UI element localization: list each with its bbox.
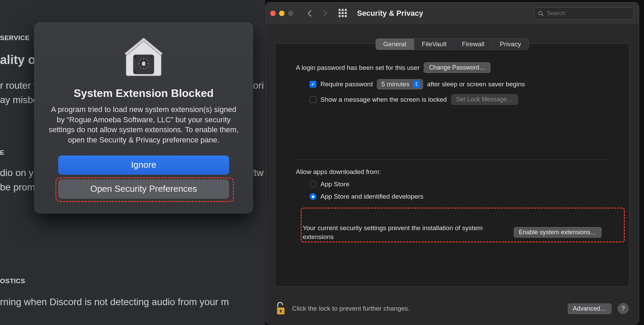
radio-identified-label: App Store and identified developers [320,193,423,200]
allow-apps-label: Allow apps downloaded from: [296,168,608,176]
svg-rect-22 [280,311,281,313]
window-footer: Click the lock to prevent further change… [265,293,639,324]
tab-label: FileVault [422,40,447,48]
tab-label: General [383,40,407,48]
lock-hint-text: Click the lock to prevent further change… [292,305,410,312]
ignore-button-label: Ignore [131,160,156,170]
bg-section: E [0,149,4,157]
bg-text: be prom [0,180,35,194]
set-lock-message-button: Set Lock Message… [451,94,518,105]
bg-section-ostics: OSTICS [0,277,25,285]
require-password-checkbox[interactable]: ✓ [310,81,316,88]
svg-point-13 [151,56,153,58]
enable-system-extensions-label: Enable system extensions… [519,229,596,236]
tab-privacy[interactable]: Privacy [492,39,528,50]
security-house-icon [123,36,164,77]
change-password-button[interactable]: Change Password… [424,62,490,73]
system-extensions-prevented-text: Your current security settings prevent t… [303,224,494,241]
advanced-label: Advanced… [573,305,606,312]
svg-point-12 [135,56,136,58]
system-preferences-area: Security & Privacy General FileVault Fir… [265,0,644,325]
unlocked-padlock-icon [276,302,286,315]
after-sleep-text: after sleep or screen saver begins [427,80,525,88]
nav-back-button[interactable] [304,8,315,19]
close-window-button[interactable] [270,11,276,16]
tab-label: Privacy [500,40,521,48]
security-privacy-window: Security & Privacy General FileVault Fir… [265,2,639,325]
zoom-window-button[interactable] [288,11,293,16]
divider [296,160,608,160]
show-all-preferences-button[interactable] [339,9,347,18]
search-icon [538,11,543,16]
radio-app-store[interactable] [310,181,316,188]
change-password-label: Change Password… [429,64,485,71]
system-extension-blocked-dialog: System Extension Blocked A program tried… [34,22,253,213]
show-lock-message-checkbox[interactable] [310,96,316,103]
bg-section-service: SERVICE [0,34,30,42]
dialog-title: System Extension Blocked [74,87,213,100]
window-title: Security & Privacy [357,9,423,18]
search-input[interactable] [546,10,630,17]
login-password-text: A login password has been set for this u… [296,64,420,72]
ignore-button[interactable]: Ignore [58,155,229,175]
set-lock-message-label: Set Lock Message… [456,96,513,103]
require-password-delay-select[interactable]: 5 minutes ▲▼ [377,79,423,89]
enable-system-extensions-button[interactable]: Enable system extensions… [514,227,602,238]
nav-forward-button [319,8,331,19]
minimize-window-button[interactable] [279,11,285,16]
tab-label: Firewall [462,40,484,48]
preferences-search[interactable] [534,7,634,20]
radio-app-store-identified[interactable] [310,193,316,200]
require-password-label: Require password [320,80,373,88]
svg-rect-11 [142,62,145,66]
window-titlebar: Security & Privacy [265,2,639,25]
radio-app-store-label: App Store [320,180,350,188]
discord-background-pane: SERVICE ality of S r router t gh priori … [0,0,265,325]
preference-pane: General FileVault Firewall Privacy A log… [275,43,629,287]
dialog-body: A program tried to load new system exten… [48,104,239,145]
tab-bar: General FileVault Firewall Privacy [376,38,529,50]
svg-line-17 [542,14,543,16]
advanced-button[interactable]: Advanced… [568,303,612,314]
tab-filevault[interactable]: FileVault [414,39,455,50]
help-button[interactable]: ? [618,303,629,314]
show-lock-message-label: Show a message when the screen is locked [320,96,447,103]
open-security-preferences-button[interactable]: Open Security Preferences [58,179,229,199]
updown-stepper-icon: ▲▼ [413,80,420,88]
tab-general[interactable]: General [376,39,415,50]
bg-text: ay misbe [0,93,38,107]
bg-text: rning when Discord is not detecting audi… [0,295,229,309]
lock-toggle[interactable] [276,302,286,315]
bg-text: dio on y [0,166,34,179]
traffic-lights [270,11,293,16]
svg-point-14 [135,71,136,73]
svg-point-15 [151,71,153,73]
tab-firewall[interactable]: Firewall [455,39,492,50]
bg-text: r router t [0,79,36,92]
open-security-label: Open Security Preferences [90,184,197,194]
delay-value: 5 minutes [381,80,409,88]
